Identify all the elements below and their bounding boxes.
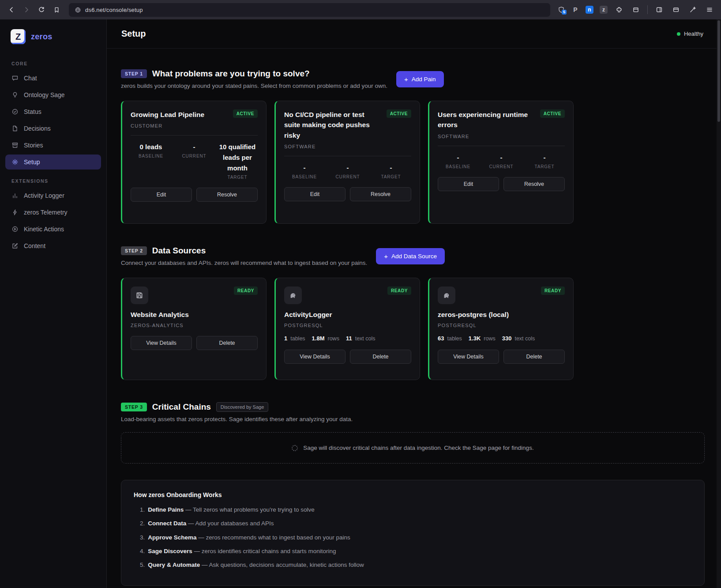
lightning-icon [11, 209, 19, 216]
pain-card-growing-lead-pipeline: Growing Lead Pipeline CUSTOMER ACTIVE 0 … [121, 101, 267, 224]
view-details-button[interactable]: View Details [284, 350, 345, 364]
menu-button[interactable] [702, 3, 717, 16]
delete-button[interactable]: Delete [196, 336, 258, 350]
divider [284, 156, 411, 156]
plus-icon: + [384, 253, 388, 260]
document-icon [11, 125, 19, 132]
chat-icon [11, 75, 19, 82]
pain-title: No CI/CD pipeline or test suite making c… [284, 109, 382, 140]
zeros-logo: Z [11, 29, 26, 44]
datasource-stats: 63tables 1.3Krows 330text cols [438, 335, 565, 342]
view-details-button[interactable]: View Details [131, 336, 192, 350]
bookmark-icon [53, 7, 60, 13]
sidebar-item-chat[interactable]: Chat [5, 71, 101, 86]
browser-toolbar: ds6.net/console/setup 5 P n z [0, 0, 721, 19]
add-data-source-button[interactable]: + Add Data Source [376, 248, 445, 264]
current-label: CURRENT [327, 174, 368, 179]
sidebar-item-kinetic-actions[interactable]: Kinetic Actions [5, 222, 101, 237]
sidebar-item-zeros-telemetry[interactable]: zeros Telemetry [5, 205, 101, 220]
wand-button[interactable] [686, 3, 700, 16]
sidebar-item-activity-logger[interactable]: Activity Logger [5, 188, 101, 203]
resolve-button[interactable]: Resolve [503, 177, 565, 191]
edit-button[interactable]: Edit [131, 188, 192, 202]
datasource-type: POSTGRESQL [438, 323, 565, 328]
onboarding-help-box: How zeros Onboarding Works 1.Define Pain… [121, 480, 705, 586]
onboarding-title: How zeros Onboarding Works [134, 491, 692, 498]
datasource-type: POSTGRESQL [284, 323, 411, 328]
active-badge: ACTIVE [233, 109, 258, 118]
sidebar-toggle-icon [656, 6, 663, 13]
tables-count: 63 [438, 335, 444, 342]
current-value: - [327, 162, 368, 173]
extension-icon-z[interactable]: z [598, 4, 609, 15]
setup-content: STEP 1 What problems are you trying to s… [107, 49, 721, 588]
target-label: TARGET [524, 164, 565, 169]
check-circle-icon [11, 108, 19, 115]
pencil-square-icon [11, 242, 19, 249]
step2-section: STEP 2 Data Sources Connect your databas… [121, 246, 705, 380]
baseline-value: 0 leads [131, 142, 171, 152]
datasource-type: ZEROS-ANALYTICS [131, 323, 258, 328]
step2-subtitle: Connect your databases and APIs. zeros w… [121, 260, 367, 266]
sidebar-item-content[interactable]: Content [5, 238, 101, 253]
extensions-puzzle-button[interactable] [612, 3, 626, 16]
delete-button[interactable]: Delete [350, 350, 411, 364]
onboarding-step-1: 1.Define Pains — Tell zeros what problem… [140, 505, 692, 514]
resolve-button[interactable]: Resolve [196, 188, 258, 202]
container-icon [632, 6, 639, 13]
edit-button[interactable]: Edit [284, 187, 345, 201]
sidebar-item-stories[interactable]: Stories [5, 138, 101, 153]
reload-icon [38, 6, 45, 13]
floppy-disk-icon [131, 286, 148, 304]
divider [131, 135, 258, 136]
back-button[interactable] [4, 3, 19, 16]
pain-title: Users experiencing runtime errors [438, 109, 536, 130]
resolve-button[interactable]: Resolve [350, 187, 411, 201]
target-label: TARGET [217, 175, 258, 180]
datasource-card-zeros-postgres: READY zeros-postgres (local) POSTGRESQL … [428, 278, 574, 380]
datasource-card-website-analytics: READY Website Analytics ZEROS-ANALYTICS … [121, 278, 267, 380]
forward-button[interactable] [19, 3, 34, 16]
datasource-stats: 1tables 1.8Mrows 11text cols [284, 335, 411, 342]
baseline-value: - [438, 152, 478, 163]
sidebar-item-setup[interactable]: Setup [5, 155, 101, 170]
delete-button[interactable]: Delete [503, 350, 565, 364]
onboarding-step-3: 3.Approve Schema — zeros recommends what… [140, 533, 692, 542]
ready-badge: READY [387, 286, 411, 295]
view-details-button[interactable]: View Details [438, 350, 499, 364]
discovered-by-sage-badge: Discovered by Sage [216, 402, 268, 412]
brand[interactable]: Z zeros [0, 19, 106, 53]
critical-chains-empty-state: Sage will discover critical chains after… [121, 432, 705, 464]
pain-category: SOFTWARE [284, 144, 382, 149]
sidebar-toggle-button[interactable] [652, 3, 666, 16]
page-scrollbar[interactable] [717, 19, 721, 588]
pain-card-runtime-errors: Users experiencing runtime errors SOFTWA… [428, 101, 574, 224]
textcols-count: 330 [502, 335, 512, 342]
ready-badge: READY [234, 286, 258, 295]
extension-icon-n[interactable]: n [584, 4, 595, 15]
extension-badge: 5 [562, 10, 567, 15]
current-label: CURRENT [481, 164, 522, 169]
sidebar-item-status[interactable]: Status [5, 104, 101, 119]
extension-icon-p[interactable]: P [570, 4, 581, 15]
current-value: - [481, 152, 522, 163]
active-badge: ACTIVE [387, 109, 411, 118]
step2-title: Data Sources [152, 246, 206, 256]
step3-subtitle: Load-bearing assets that zeros protects.… [121, 416, 353, 422]
lightbulb-icon [11, 91, 19, 98]
add-pain-button[interactable]: + Add Pain [396, 71, 444, 87]
url-bar[interactable]: ds6.net/console/setup [69, 3, 550, 17]
sidebar-item-decisions[interactable]: Decisions [5, 121, 101, 136]
target-value: - [524, 152, 565, 163]
reload-button[interactable] [34, 3, 49, 16]
archive-icon [11, 142, 19, 149]
wallet-button[interactable] [669, 3, 683, 16]
bookmark-button[interactable] [49, 3, 64, 16]
step3-title: Critical Chains [152, 402, 211, 412]
scrollbar-thumb[interactable] [717, 20, 720, 122]
edit-button[interactable]: Edit [438, 177, 499, 191]
container-button[interactable] [629, 3, 643, 16]
extension-icon-s5[interactable]: 5 [556, 4, 567, 15]
sidebar-item-ontology-sage[interactable]: Ontology Sage [5, 87, 101, 102]
health-status: Healthy [677, 30, 703, 37]
